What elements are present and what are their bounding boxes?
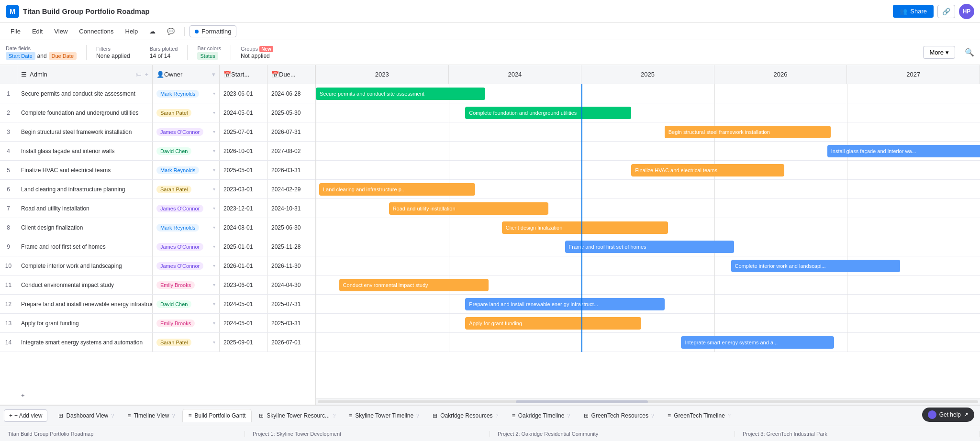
- chat-icon[interactable]: 💬: [162, 26, 179, 37]
- row-admin: Begin structural steel framework install…: [17, 122, 153, 141]
- expand-arrow: ▾: [213, 320, 215, 326]
- table-row[interactable]: 14 Integrate smart energy systems and au…: [0, 333, 315, 352]
- gantt-bar-row-7[interactable]: Road and utility installation: [389, 202, 548, 215]
- col-start-header[interactable]: 📅 Start...: [220, 65, 267, 84]
- formatting-button[interactable]: Formatting: [189, 25, 236, 37]
- row-due: 2026-03-31: [267, 161, 315, 179]
- row-admin: Integrate smart energy systems and autom…: [17, 333, 153, 352]
- row-owner[interactable]: James O'Connor ▾: [153, 122, 220, 141]
- row-owner[interactable]: Emily Brooks ▾: [153, 276, 220, 294]
- date-fields-value[interactable]: Start Date and Due Date: [6, 52, 77, 60]
- gantt-bar-row-12[interactable]: Prepare land and install renewable ener …: [465, 298, 664, 310]
- tab-timeline[interactable]: ≡Timeline View?: [121, 409, 181, 422]
- scroll-track[interactable]: [318, 400, 978, 403]
- col-owner-header[interactable]: 👤 Owner ▾: [153, 65, 220, 84]
- tab-help-icon: ?: [416, 413, 419, 419]
- left-table: ☰ Admin 🏷 + 👤 Owner ▾ 📅 Start... 📅 Due..…: [0, 65, 316, 405]
- table-row[interactable]: 4 Install glass façade and interior wall…: [0, 142, 315, 161]
- bars-label: Bars plotted: [150, 46, 178, 52]
- row-owner[interactable]: James O'Connor ▾: [153, 256, 220, 275]
- tab-oakridge-timeline[interactable]: ≡Oakridge Timeline?: [506, 409, 577, 422]
- add-row-button[interactable]: +: [0, 386, 315, 405]
- row-start: 2024-08-01: [220, 218, 267, 237]
- row-number: 7: [0, 199, 17, 218]
- gantt-bar-row-10[interactable]: Complete interior work and landscapi...: [731, 260, 901, 272]
- bar-colors-value[interactable]: Status: [197, 52, 221, 60]
- cloud-icon[interactable]: ☁: [145, 26, 160, 37]
- filters-value[interactable]: None applied: [96, 53, 130, 59]
- gantt-bar-row-11[interactable]: Conduct environmental impact study: [339, 279, 489, 291]
- row-owner[interactable]: Mark Reynolds ▾: [153, 218, 220, 237]
- filters-group: Filters None applied: [96, 46, 130, 59]
- add-view-button[interactable]: + + Add view: [4, 409, 47, 422]
- table-row[interactable]: 2 Complete foundation and underground ut…: [0, 103, 315, 122]
- row-owner[interactable]: David Chen ▾: [153, 295, 220, 313]
- table-row[interactable]: 7 Road and utility installation James O'…: [0, 199, 315, 218]
- row-owner[interactable]: Sarah Patel ▾: [153, 333, 220, 352]
- row-owner[interactable]: Mark Reynolds ▾: [153, 84, 220, 103]
- menu-help[interactable]: Help: [121, 26, 143, 37]
- col-admin-header[interactable]: ☰ Admin 🏷 +: [17, 65, 153, 84]
- tab-oakridge-resources[interactable]: ⊞Oakridge Resources?: [426, 409, 505, 422]
- table-row[interactable]: 1 Secure permits and conduct site assess…: [0, 84, 315, 103]
- col-due-header[interactable]: 📅 Due...: [267, 65, 315, 84]
- gantt-bar-row-14[interactable]: Integrate smart energy systems and a...: [681, 336, 834, 349]
- row-owner[interactable]: James O'Connor ▾: [153, 237, 220, 256]
- row-owner[interactable]: Sarah Patel ▾: [153, 103, 220, 122]
- link-button[interactable]: 🔗: [937, 5, 955, 18]
- groups-value[interactable]: Not applied: [241, 53, 273, 59]
- gantt-bar-row-9[interactable]: Frame and roof first set of homes: [565, 241, 735, 253]
- row-start: 2023-06-01: [220, 276, 267, 294]
- help-button[interactable]: Get help ↗: [922, 408, 974, 422]
- gantt-bar-row-5[interactable]: Finalize HVAC and electrical teams: [631, 164, 784, 176]
- menu-view[interactable]: View: [49, 26, 72, 37]
- table-row[interactable]: 12 Prepare land and install renewable en…: [0, 295, 315, 314]
- table-row[interactable]: 13 Apply for grant funding Emily Brooks …: [0, 314, 315, 333]
- tab-build-gantt[interactable]: ≡Build Portfolio Gantt: [182, 409, 252, 422]
- row-owner[interactable]: James O'Connor ▾: [153, 199, 220, 218]
- expand-arrow: ▾: [213, 129, 215, 134]
- tab-skyline-resources[interactable]: ⊞Skyline Tower Resourc...?: [253, 409, 342, 422]
- gantt-body[interactable]: Secure permits and conduct site assessme…: [316, 84, 980, 398]
- tab-icon: ≡: [668, 412, 671, 419]
- gantt-bar-row-8[interactable]: Client design finalization: [502, 221, 668, 234]
- date-fields-group: Date fields Start Date and Due Date: [6, 45, 77, 60]
- owner-chip: David Chen: [156, 300, 191, 308]
- table-row[interactable]: 9 Frame and roof first set of homes Jame…: [0, 237, 315, 256]
- tab-skyline-timeline[interactable]: ≡Skyline Tower Timeline?: [343, 409, 425, 422]
- table-row[interactable]: 6 Land clearing and infrastructure plann…: [0, 180, 315, 199]
- info-section-2: Project 2: Oakridge Residential Communit…: [490, 431, 735, 437]
- bars-value[interactable]: 14 of 14: [150, 53, 178, 59]
- row-owner[interactable]: David Chen ▾: [153, 142, 220, 160]
- table-row[interactable]: 5 Finalize HVAC and electrical teams Mar…: [0, 161, 315, 180]
- gantt-bar-row-13[interactable]: Apply for grant funding: [465, 317, 641, 330]
- gantt-bar-row-2[interactable]: Complete foundation and underground util…: [465, 107, 631, 119]
- user-avatar[interactable]: HP: [959, 4, 974, 19]
- tab-icon: ⊞: [584, 412, 589, 419]
- bottom-scrollbar[interactable]: [316, 398, 980, 405]
- page-title: Titan Build Group Portfolio Roadmap: [23, 7, 150, 15]
- menu-edit[interactable]: Edit: [27, 26, 47, 37]
- tab-dashboard[interactable]: ⊞Dashboard View?: [52, 409, 120, 422]
- menu-file[interactable]: File: [6, 26, 25, 37]
- row-owner[interactable]: Emily Brooks ▾: [153, 314, 220, 332]
- gantt-bar-row-3[interactable]: Begin structural steel framework install…: [665, 126, 831, 138]
- scroll-thumb[interactable]: [516, 400, 648, 403]
- table-row[interactable]: 10 Complete interior work and landscapin…: [0, 256, 315, 276]
- share-button[interactable]: 👥 Share: [893, 5, 934, 18]
- table-row[interactable]: 3 Begin structural steel framework insta…: [0, 122, 315, 142]
- row-due: 2024-04-30: [267, 276, 315, 294]
- row-owner[interactable]: Mark Reynolds ▾: [153, 161, 220, 179]
- more-button[interactable]: More ▾: [923, 46, 955, 59]
- gantt-bar-row-6[interactable]: Land clearing and infrastructure p...: [319, 183, 475, 196]
- table-row[interactable]: 8 Client design finalization Mark Reynol…: [0, 218, 315, 237]
- tab-greentech-resources[interactable]: ⊞GreenTech Resources?: [578, 409, 661, 422]
- row-admin: Finalize HVAC and electrical teams: [17, 161, 153, 179]
- search-button[interactable]: 🔍: [965, 48, 974, 57]
- table-row[interactable]: 11 Conduct environmental impact study Em…: [0, 276, 315, 295]
- tab-greentech-timeline[interactable]: ≡GreenTech Timeline?: [661, 409, 737, 422]
- gantt-bar-row-1[interactable]: Secure permits and conduct site assessme…: [316, 88, 485, 100]
- row-owner[interactable]: Sarah Patel ▾: [153, 180, 220, 198]
- menu-connections[interactable]: Connections: [74, 26, 118, 37]
- gantt-bar-row-4[interactable]: Install glass façade and interior wa...: [827, 145, 980, 157]
